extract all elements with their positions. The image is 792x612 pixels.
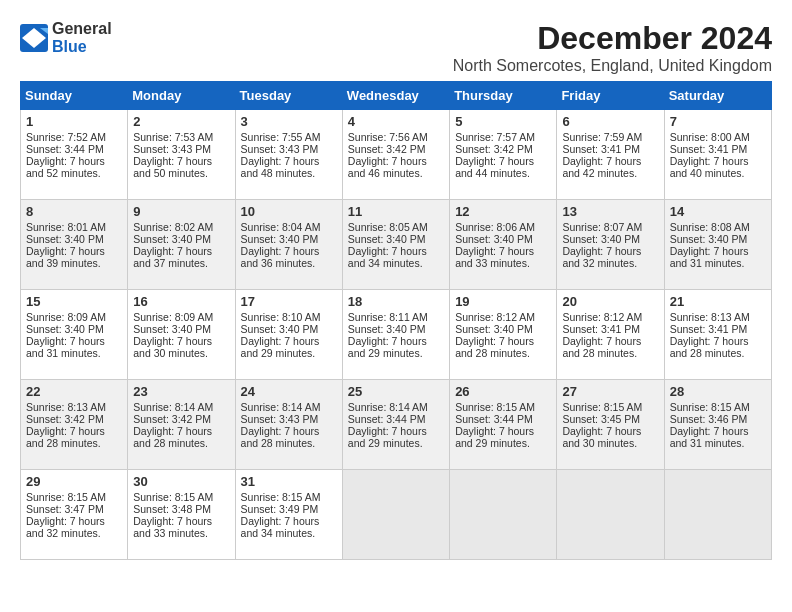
week-row-2: 8Sunrise: 8:01 AMSunset: 3:40 PMDaylight… xyxy=(21,200,772,290)
header-saturday: Saturday xyxy=(664,82,771,110)
day-number: 5 xyxy=(455,114,551,129)
day-number: 9 xyxy=(133,204,229,219)
daylight: Daylight: 7 hours and 30 minutes. xyxy=(133,335,212,359)
daylight: Daylight: 7 hours and 52 minutes. xyxy=(26,155,105,179)
sunrise: Sunrise: 8:15 AM xyxy=(241,491,321,503)
daylight: Daylight: 7 hours and 37 minutes. xyxy=(133,245,212,269)
day-number: 4 xyxy=(348,114,444,129)
sunset: Sunset: 3:48 PM xyxy=(133,503,211,515)
sunset: Sunset: 3:40 PM xyxy=(241,323,319,335)
calendar-cell: 22Sunrise: 8:13 AMSunset: 3:42 PMDayligh… xyxy=(21,380,128,470)
daylight: Daylight: 7 hours and 31 minutes. xyxy=(670,245,749,269)
daylight: Daylight: 7 hours and 28 minutes. xyxy=(133,425,212,449)
logo-text: General Blue xyxy=(52,20,112,56)
sunset: Sunset: 3:41 PM xyxy=(670,143,748,155)
sunrise: Sunrise: 8:14 AM xyxy=(133,401,213,413)
day-number: 12 xyxy=(455,204,551,219)
day-number: 10 xyxy=(241,204,337,219)
calendar-cell: 31Sunrise: 8:15 AMSunset: 3:49 PMDayligh… xyxy=(235,470,342,560)
calendar-cell: 6Sunrise: 7:59 AMSunset: 3:41 PMDaylight… xyxy=(557,110,664,200)
header-monday: Monday xyxy=(128,82,235,110)
sunset: Sunset: 3:40 PM xyxy=(455,233,533,245)
sunset: Sunset: 3:40 PM xyxy=(348,323,426,335)
calendar-cell: 17Sunrise: 8:10 AMSunset: 3:40 PMDayligh… xyxy=(235,290,342,380)
daylight: Daylight: 7 hours and 34 minutes. xyxy=(241,515,320,539)
calendar-cell: 9Sunrise: 8:02 AMSunset: 3:40 PMDaylight… xyxy=(128,200,235,290)
calendar-cell: 5Sunrise: 7:57 AMSunset: 3:42 PMDaylight… xyxy=(450,110,557,200)
calendar-cell: 29Sunrise: 8:15 AMSunset: 3:47 PMDayligh… xyxy=(21,470,128,560)
daylight: Daylight: 7 hours and 29 minutes. xyxy=(348,335,427,359)
week-row-4: 22Sunrise: 8:13 AMSunset: 3:42 PMDayligh… xyxy=(21,380,772,470)
sunset: Sunset: 3:40 PM xyxy=(455,323,533,335)
sunset: Sunset: 3:42 PM xyxy=(455,143,533,155)
calendar-cell xyxy=(664,470,771,560)
daylight: Daylight: 7 hours and 29 minutes. xyxy=(455,425,534,449)
daylight: Daylight: 7 hours and 34 minutes. xyxy=(348,245,427,269)
daylight: Daylight: 7 hours and 48 minutes. xyxy=(241,155,320,179)
daylight: Daylight: 7 hours and 28 minutes. xyxy=(241,425,320,449)
title-area: December 2024 North Somercotes, England,… xyxy=(453,20,772,75)
day-number: 15 xyxy=(26,294,122,309)
sunset: Sunset: 3:47 PM xyxy=(26,503,104,515)
sunrise: Sunrise: 8:09 AM xyxy=(26,311,106,323)
sunrise: Sunrise: 7:53 AM xyxy=(133,131,213,143)
logo-general: General xyxy=(52,20,112,37)
sunset: Sunset: 3:41 PM xyxy=(670,323,748,335)
day-number: 22 xyxy=(26,384,122,399)
sunrise: Sunrise: 8:11 AM xyxy=(348,311,428,323)
calendar-cell: 28Sunrise: 8:15 AMSunset: 3:46 PMDayligh… xyxy=(664,380,771,470)
day-number: 24 xyxy=(241,384,337,399)
calendar-cell: 3Sunrise: 7:55 AMSunset: 3:43 PMDaylight… xyxy=(235,110,342,200)
daylight: Daylight: 7 hours and 30 minutes. xyxy=(562,425,641,449)
daylight: Daylight: 7 hours and 39 minutes. xyxy=(26,245,105,269)
calendar-cell: 21Sunrise: 8:13 AMSunset: 3:41 PMDayligh… xyxy=(664,290,771,380)
sunset: Sunset: 3:40 PM xyxy=(562,233,640,245)
day-number: 20 xyxy=(562,294,658,309)
sunset: Sunset: 3:44 PM xyxy=(348,413,426,425)
sunrise: Sunrise: 7:57 AM xyxy=(455,131,535,143)
day-number: 11 xyxy=(348,204,444,219)
daylight: Daylight: 7 hours and 40 minutes. xyxy=(670,155,749,179)
daylight: Daylight: 7 hours and 33 minutes. xyxy=(455,245,534,269)
week-row-5: 29Sunrise: 8:15 AMSunset: 3:47 PMDayligh… xyxy=(21,470,772,560)
logo: General Blue xyxy=(20,20,112,56)
calendar-cell: 13Sunrise: 8:07 AMSunset: 3:40 PMDayligh… xyxy=(557,200,664,290)
calendar-cell: 30Sunrise: 8:15 AMSunset: 3:48 PMDayligh… xyxy=(128,470,235,560)
calendar-cell xyxy=(557,470,664,560)
sunset: Sunset: 3:45 PM xyxy=(562,413,640,425)
calendar-cell: 23Sunrise: 8:14 AMSunset: 3:42 PMDayligh… xyxy=(128,380,235,470)
sunset: Sunset: 3:46 PM xyxy=(670,413,748,425)
daylight: Daylight: 7 hours and 29 minutes. xyxy=(348,425,427,449)
day-number: 18 xyxy=(348,294,444,309)
logo-icon xyxy=(20,24,48,52)
daylight: Daylight: 7 hours and 33 minutes. xyxy=(133,515,212,539)
sunrise: Sunrise: 7:59 AM xyxy=(562,131,642,143)
sunrise: Sunrise: 8:01 AM xyxy=(26,221,106,233)
header: General Blue December 2024 North Somerco… xyxy=(20,20,772,75)
sunrise: Sunrise: 8:05 AM xyxy=(348,221,428,233)
week-row-3: 15Sunrise: 8:09 AMSunset: 3:40 PMDayligh… xyxy=(21,290,772,380)
sunrise: Sunrise: 8:13 AM xyxy=(670,311,750,323)
daylight: Daylight: 7 hours and 28 minutes. xyxy=(562,335,641,359)
daylight: Daylight: 7 hours and 31 minutes. xyxy=(670,425,749,449)
day-number: 21 xyxy=(670,294,766,309)
main-title: December 2024 xyxy=(453,20,772,57)
sunrise: Sunrise: 8:13 AM xyxy=(26,401,106,413)
sunrise: Sunrise: 8:15 AM xyxy=(562,401,642,413)
daylight: Daylight: 7 hours and 28 minutes. xyxy=(26,425,105,449)
day-number: 29 xyxy=(26,474,122,489)
day-number: 2 xyxy=(133,114,229,129)
daylight: Daylight: 7 hours and 29 minutes. xyxy=(241,335,320,359)
day-number: 16 xyxy=(133,294,229,309)
daylight: Daylight: 7 hours and 42 minutes. xyxy=(562,155,641,179)
calendar-cell xyxy=(450,470,557,560)
day-number: 23 xyxy=(133,384,229,399)
day-number: 25 xyxy=(348,384,444,399)
calendar-cell: 1Sunrise: 7:52 AMSunset: 3:44 PMDaylight… xyxy=(21,110,128,200)
daylight: Daylight: 7 hours and 50 minutes. xyxy=(133,155,212,179)
day-number: 27 xyxy=(562,384,658,399)
sunset: Sunset: 3:40 PM xyxy=(26,323,104,335)
calendar-cell: 7Sunrise: 8:00 AMSunset: 3:41 PMDaylight… xyxy=(664,110,771,200)
sunset: Sunset: 3:40 PM xyxy=(133,233,211,245)
sunrise: Sunrise: 8:15 AM xyxy=(133,491,213,503)
